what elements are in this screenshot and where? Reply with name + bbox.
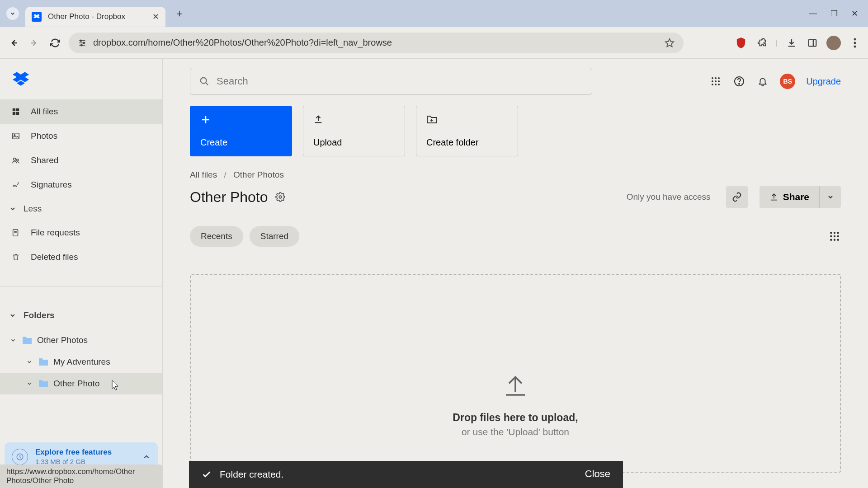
view-toggle-button[interactable] xyxy=(828,230,841,243)
action-label: Create xyxy=(200,137,282,148)
chrome-profile-avatar[interactable] xyxy=(826,36,841,50)
create-folder-button[interactable]: Create folder xyxy=(416,106,518,156)
tree-item-label: My Adventures xyxy=(53,357,110,367)
minimize-button[interactable]: — xyxy=(809,9,817,19)
create-button[interactable]: Create xyxy=(190,106,292,156)
tree-item-other-photo[interactable]: Other Photo xyxy=(0,373,162,394)
share-dropdown-button[interactable] xyxy=(819,186,841,208)
sidebar-item-photos[interactable]: Photos xyxy=(0,124,162,148)
tree-item-label: Other Photo xyxy=(53,379,99,389)
breadcrumb-all-files[interactable]: All files xyxy=(190,170,217,179)
sidebar-item-all-files[interactable]: All files xyxy=(0,99,162,124)
upgrade-link[interactable]: Upgrade xyxy=(806,76,841,87)
svg-point-49 xyxy=(837,235,839,237)
action-label: Create folder xyxy=(426,137,508,148)
maximize-button[interactable]: ❐ xyxy=(830,9,838,19)
sidebar-folders-header[interactable]: Folders xyxy=(0,286,162,329)
sidebar-item-shared[interactable]: Shared xyxy=(0,148,162,173)
sidebar-item-label: Photos xyxy=(31,131,57,141)
upload-button[interactable]: Upload xyxy=(303,106,405,156)
file-requests-icon xyxy=(11,229,21,237)
downloads-button[interactable] xyxy=(785,36,798,50)
breadcrumb-parent[interactable]: Other Photos xyxy=(233,170,284,179)
browser-toolbar: dropbox.com/home/Other%20Photos/Other%20… xyxy=(0,27,868,59)
user-avatar[interactable]: BS xyxy=(780,74,795,89)
sidebar-item-file-requests[interactable]: File requests xyxy=(0,221,162,245)
extensions-button[interactable] xyxy=(755,36,769,50)
chevron-down-icon xyxy=(9,337,17,343)
search-input[interactable]: Search xyxy=(190,68,592,95)
reload-button[interactable] xyxy=(48,36,62,50)
files-icon xyxy=(11,108,21,116)
link-icon xyxy=(732,192,742,202)
chevron-down-icon xyxy=(827,193,834,201)
tree-item-my-adventures[interactable]: My Adventures xyxy=(0,351,162,373)
trash-icon xyxy=(11,253,21,261)
folder-settings-button[interactable] xyxy=(275,192,285,202)
tab-search-button[interactable] xyxy=(6,7,19,20)
grid-icon xyxy=(830,231,840,241)
share-icon xyxy=(769,192,778,202)
svg-point-50 xyxy=(830,239,832,241)
svg-point-12 xyxy=(854,42,856,44)
chevron-down-icon xyxy=(9,312,16,319)
sidebar-item-deleted-files[interactable]: Deleted files xyxy=(0,245,162,269)
svg-point-32 xyxy=(715,80,717,82)
chip-recents[interactable]: Recents xyxy=(190,226,243,247)
arrow-left-icon xyxy=(8,38,19,48)
svg-point-31 xyxy=(712,80,713,82)
svg-point-29 xyxy=(715,77,717,79)
photos-icon xyxy=(11,132,21,140)
chip-starred[interactable]: Starred xyxy=(250,226,299,247)
svg-point-45 xyxy=(834,232,835,234)
sidepanel-button[interactable] xyxy=(806,36,819,50)
svg-point-38 xyxy=(739,84,740,84)
address-bar[interactable]: dropbox.com/home/Other%20Photos/Other%20… xyxy=(69,33,684,53)
bookmark-star-icon[interactable] xyxy=(665,38,675,48)
chrome-menu-button[interactable] xyxy=(848,36,862,50)
file-dropzone[interactable]: Drop files here to upload, or use the 'U… xyxy=(190,274,841,473)
back-button[interactable] xyxy=(6,36,21,50)
extension-ublock-icon[interactable] xyxy=(734,36,748,50)
svg-point-46 xyxy=(837,232,839,234)
share-button[interactable]: Share xyxy=(760,186,819,208)
sidebar-item-label: File requests xyxy=(31,228,80,238)
site-settings-icon[interactable] xyxy=(78,38,87,47)
sidebar-item-label: All files xyxy=(31,107,58,117)
new-tab-button[interactable]: ＋ xyxy=(175,7,184,20)
toast-message: Folder created. xyxy=(220,469,283,480)
chevron-down-icon xyxy=(9,205,16,212)
svg-point-51 xyxy=(834,239,835,241)
svg-point-48 xyxy=(834,235,835,237)
dropbox-logo[interactable] xyxy=(0,59,162,99)
puzzle-icon xyxy=(757,38,767,48)
shared-icon xyxy=(11,156,21,164)
forward-button[interactable] xyxy=(27,36,42,50)
page-title: Other Photo xyxy=(190,189,268,206)
apps-grid-button[interactable] xyxy=(709,75,722,88)
access-status: Only you have access xyxy=(627,192,711,202)
svg-rect-16 xyxy=(13,112,15,115)
notifications-button[interactable] xyxy=(756,75,769,88)
upload-icon xyxy=(313,114,395,124)
help-button[interactable] xyxy=(733,75,745,88)
svg-point-33 xyxy=(718,80,720,82)
tab-close-button[interactable]: ✕ xyxy=(152,12,159,22)
toast-close-button[interactable]: Close xyxy=(585,468,610,481)
action-label: Upload xyxy=(313,137,395,148)
sidebar-item-signatures[interactable]: Signatures xyxy=(0,173,162,197)
folder-plus-icon xyxy=(426,114,508,124)
bell-icon xyxy=(758,76,768,87)
signatures-icon xyxy=(11,181,21,189)
tree-item-label: Other Photos xyxy=(37,335,88,345)
sidebar-item-less[interactable]: Less xyxy=(0,197,162,221)
svg-point-36 xyxy=(718,84,720,85)
close-window-button[interactable]: ✕ xyxy=(851,9,858,19)
tree-item-other-photos[interactable]: Other Photos xyxy=(0,329,162,351)
window-controls: — ❐ ✕ xyxy=(809,9,864,19)
folder-icon xyxy=(38,379,49,388)
chevron-down-icon xyxy=(9,10,16,17)
copy-link-button[interactable] xyxy=(726,186,748,208)
sidepanel-icon xyxy=(807,38,817,48)
browser-tab[interactable]: Other Photo - Dropbox ✕ xyxy=(25,7,165,27)
